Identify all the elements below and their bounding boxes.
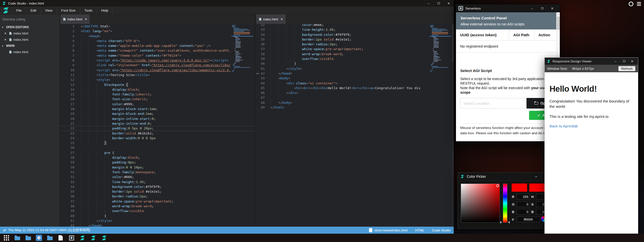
maximize-button[interactable]: [537, 4, 547, 12]
code-studio-icon[interactable]: [101, 234, 107, 241]
code-line-9[interactable]: 9 <link rel="stylesheet" href="https://c…: [60, 63, 255, 67]
serverless-app-icon[interactable]: 0: [68, 234, 75, 241]
minimize-button[interactable]: –: [611, 58, 620, 65]
tab-index-html[interactable]: index.html ✕: [60, 14, 90, 24]
code-line-6[interactable]: 6 <meta name="viewport" content="user-sc…: [60, 48, 255, 53]
status-datetime[interactable]: Thu May 11 2023 21:54:48 GMT+0800 (台北標準時…: [8, 228, 90, 232]
code-line-40[interactable]: 40 }: [256, 61, 454, 66]
maximize-button[interactable]: [434, 0, 444, 7]
code-line-22[interactable]: 22 padding:0 5px 0 20px;: [60, 126, 255, 131]
code-line-32[interactable]: 32 color:#666;: [60, 175, 255, 179]
code-line-31[interactable]: 31 font-family:monospace;: [60, 170, 255, 175]
sidebar-section-open-editors[interactable]: ▾OPEN EDITORS: [0, 24, 59, 30]
scrollbar[interactable]: [452, 24, 454, 227]
tab-close-icon[interactable]: ✕: [281, 18, 283, 21]
status-language[interactable]: HTML: [415, 228, 424, 232]
code-line-40[interactable]: 40 }: [60, 214, 255, 218]
code-line-15[interactable]: 15 font-family:inherit;: [60, 92, 255, 97]
code-line-27[interactable]: 27 pre {: [60, 150, 255, 155]
code-line-10[interactable]: 10 <script src="https://cdnjs.cloudflare…: [60, 68, 255, 73]
code-line-45[interactable]: 45 <h1><br></h1><h1>Hello World!<br></h1…: [256, 86, 454, 90]
code-line-42[interactable]: 42 </head>: [256, 71, 454, 76]
close-icon[interactable]: ✕: [4, 32, 8, 35]
code-line-20[interactable]: 20 margin-inline-start:0;: [60, 116, 255, 121]
minimap-right[interactable]: [430, 25, 451, 72]
hue-arrow-right-icon[interactable]: [508, 221, 510, 224]
code-editor-right[interactable]: 32 color:#666;33 line-height:1.45;34 bac…: [256, 24, 454, 227]
minimize-button[interactable]: –: [527, 4, 537, 12]
code-line-13[interactable]: 13 blockquote {: [60, 82, 255, 87]
code-line-34[interactable]: 34 background-color:#f9f9f9;: [60, 184, 255, 189]
code-line-44[interactable]: 44 <div class="ui container">: [256, 81, 454, 86]
close-button[interactable]: ✕: [444, 0, 454, 7]
hue-arrow-left-icon[interactable]: [500, 221, 502, 224]
menu-view[interactable]: View: [41, 7, 57, 14]
code-line-24[interactable]: 24 border-width:0 0 0 5px: [60, 136, 255, 141]
code-line-8[interactable]: 8 <script src="https://code.jquery.com/j…: [60, 58, 255, 63]
code-line-5[interactable]: 5 <meta name="apple-mobile-web-app-capab…: [60, 43, 255, 48]
code-line-1[interactable]: 1<!DOCTYPE html>: [60, 24, 255, 29]
minimize-button[interactable]: –: [423, 0, 434, 7]
code-line-48[interactable]: 48 </body>: [256, 100, 454, 105]
menu-edit[interactable]: Edit: [26, 7, 41, 14]
sidebar-item-index.html[interactable]: index.html: [0, 49, 59, 55]
status-file-path[interactable]: store:/www/index.html: [374, 228, 408, 232]
code-line-38[interactable]: 38 word-wrap:break-word;: [256, 52, 454, 56]
code-line-14[interactable]: 14 display:block;: [60, 87, 255, 92]
tab-close-icon[interactable]: ✕: [85, 18, 87, 21]
refresh-button[interactable]: Refresh: [618, 66, 635, 71]
code-line-17[interactable]: 17 color:#999;: [60, 102, 255, 107]
folder-icon[interactable]: [25, 234, 32, 241]
code-studio-icon[interactable]: [90, 234, 97, 241]
folder-icon[interactable]: [14, 234, 21, 241]
code-line-34[interactable]: 34 background-color:#f9f9f9;: [256, 32, 454, 37]
code-line-4[interactable]: 4 <meta charset="UTF-8">: [60, 39, 255, 43]
code-line-11[interactable]: 11 <title>Testing Site</title>: [60, 73, 255, 77]
code-line-25[interactable]: 25 }: [60, 141, 255, 145]
code-line-29[interactable]: 29 padding:8px;: [60, 160, 255, 165]
code-line-35[interactable]: 35 border:1px solid #e1e1e1;: [256, 37, 454, 42]
code-line-49[interactable]: 49</html>: [256, 105, 454, 110]
code-line-47[interactable]: 47: [256, 95, 454, 100]
sidebar-item-index.html[interactable]: ✕index.html: [0, 37, 59, 43]
scroll-up-icon[interactable]: ∧: [557, 12, 560, 16]
code-editor-left[interactable]: 1<!DOCTYPE html>2<html lang="en">3 <head…: [60, 24, 255, 227]
code-line-41[interactable]: 41 </style>: [60, 218, 255, 223]
menu-font-size[interactable]: Font Size: [57, 7, 80, 14]
tab-index-html[interactable]: index.html ✕: [256, 14, 286, 24]
ring-icon[interactable]: [629, 2, 633, 6]
code-line-42[interactable]: 42 </head>: [60, 223, 255, 227]
menu-help[interactable]: Help: [97, 7, 113, 14]
code-line-16[interactable]: 16 font-size:inherit;: [60, 97, 255, 101]
back-to-aprintlab-link[interactable]: Back to Aprintlab: [549, 124, 633, 128]
script-location-input[interactable]: [460, 98, 527, 109]
code-line-18[interactable]: 18 margin-block-start:1em;: [60, 107, 255, 111]
code-line-12[interactable]: 12 <style>: [60, 77, 255, 82]
code-studio-icon[interactable]: [79, 234, 86, 241]
code-line-7[interactable]: 7 <meta name="theme-color" content="#ff9…: [60, 53, 255, 58]
code-line-41[interactable]: 41 </style>: [256, 66, 454, 71]
code-line-32[interactable]: 32 color:#666;: [256, 24, 454, 27]
code-line-19[interactable]: 19 margin-block-end:1em;: [60, 111, 255, 116]
code-line-35[interactable]: 35 border:1px solid #e1e1e1;: [60, 189, 255, 194]
hex-value-field[interactable]: ff0000: [517, 217, 540, 222]
minimap-left[interactable]: [232, 25, 253, 72]
code-line-26[interactable]: 26: [60, 145, 255, 150]
media-player-icon[interactable]: [36, 234, 42, 241]
code-line-43[interactable]: 43 <body>: [256, 76, 454, 81]
code-line-36[interactable]: 36 border-radius:2px;: [60, 194, 255, 199]
folder-icon[interactable]: [46, 234, 53, 241]
minimize-button[interactable]: –: [532, 172, 540, 181]
code-line-33[interactable]: 33 line-height:1.45;: [60, 180, 255, 184]
code-line-36[interactable]: 36 border-radius:2px;: [256, 42, 454, 47]
text-document-icon[interactable]: [57, 234, 64, 241]
green-value-field[interactable]: 0: [517, 201, 530, 207]
close-icon[interactable]: ✕: [4, 38, 8, 41]
menu-bars-icon[interactable]: [637, 2, 641, 7]
code-line-23[interactable]: 23 border:solid #b1b1b1;: [60, 131, 255, 136]
code-line-33[interactable]: 33 line-height:1.45;: [256, 27, 454, 32]
color-selector-handle[interactable]: [496, 184, 499, 187]
sidebar-section-www[interactable]: ▾WWW: [0, 43, 59, 49]
code-line-21[interactable]: 21 margin-inline-end:0;: [60, 121, 255, 126]
menu-file[interactable]: File: [12, 7, 26, 14]
